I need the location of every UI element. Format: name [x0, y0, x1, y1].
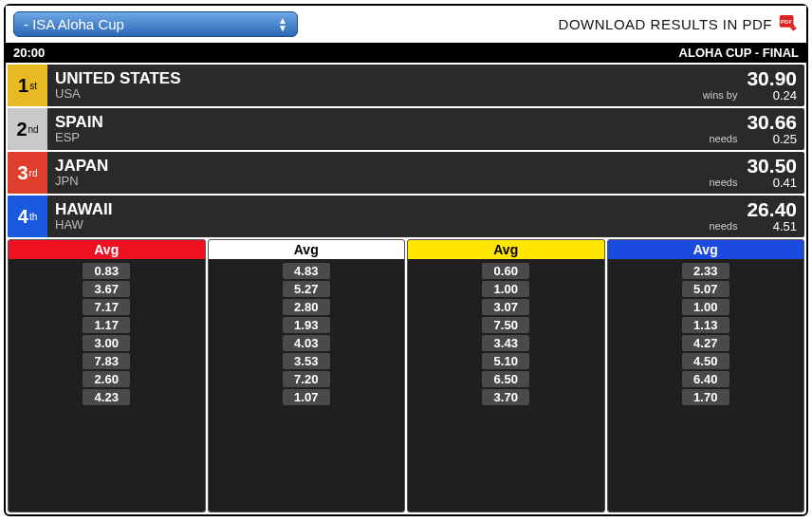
result-row: 4thHAWAIIHAWneeds26.404.51 — [8, 196, 804, 237]
avg-cell: 1.17 — [83, 317, 130, 333]
avg-cell: 3.07 — [482, 299, 529, 315]
avg-cell: 1.00 — [482, 281, 529, 297]
download-pdf-label: DOWNLOAD RESULTS IN PDF — [559, 16, 772, 32]
avg-cell: 6.50 — [482, 371, 529, 387]
status-label: needs — [709, 133, 737, 144]
status-label: needs — [709, 220, 737, 232]
avg-cell: 7.20 — [283, 371, 330, 387]
avg-cell: 0.60 — [482, 263, 529, 279]
country-code: JPN — [55, 175, 108, 188]
avg-cell: 2.80 — [283, 299, 330, 315]
avg-cell: 1.13 — [682, 317, 729, 333]
row-main: SPAINESPneeds30.660.25 — [47, 108, 804, 150]
avg-cell: 1.93 — [283, 317, 330, 333]
event-dropdown[interactable]: - ISA Aloha Cup ▲▼ — [13, 11, 298, 37]
country-block: SPAINESP — [55, 114, 103, 145]
avg-grid: Avg0.833.677.171.173.007.832.604.23Avg4.… — [6, 239, 806, 514]
score-wrap: 30.660.25 — [747, 112, 797, 146]
score-wrap: 30.500.41 — [747, 156, 797, 190]
avg-cell: 4.03 — [283, 335, 330, 351]
country-name: SPAIN — [55, 114, 103, 132]
total-score: 30.50 — [747, 156, 797, 176]
avg-list: 0.833.677.171.173.007.832.604.23 — [9, 259, 205, 409]
avg-column: Avg4.835.272.801.934.033.537.201.07 — [208, 239, 406, 513]
avg-cell: 3.67 — [83, 281, 130, 297]
score-wrap: 26.404.51 — [747, 199, 797, 233]
avg-cell: 4.27 — [682, 335, 729, 351]
topbar: - ISA Aloha Cup ▲▼ DOWNLOAD RESULTS IN P… — [6, 6, 806, 43]
avg-list: 4.835.272.801.934.033.537.201.07 — [209, 259, 405, 409]
country-name: JAPAN — [55, 158, 108, 176]
result-row: 1stUNITED STATESUSAwins by30.900.24 — [8, 65, 804, 106]
score-meta: wins by30.900.24 — [703, 68, 797, 103]
score-diff: 4.51 — [773, 219, 797, 233]
avg-cell: 0.83 — [83, 263, 130, 279]
pdf-icon: PDF — [778, 14, 799, 35]
dropdown-label: - ISA Aloha Cup — [24, 16, 124, 32]
status-label: wins by — [703, 89, 738, 101]
avg-cell: 4.50 — [682, 353, 729, 369]
avg-cell: 1.00 — [682, 299, 729, 315]
avg-cell: 2.60 — [83, 371, 130, 387]
result-row: 2ndSPAINESPneeds30.660.25 — [8, 108, 804, 150]
total-score: 30.90 — [747, 68, 797, 88]
country-code: HAW — [55, 218, 112, 232]
download-pdf-link[interactable]: DOWNLOAD RESULTS IN PDF PDF — [559, 14, 799, 35]
total-score: 26.40 — [747, 199, 797, 219]
avg-cell: 5.10 — [482, 353, 529, 369]
heat-header: 20:00 ALOHA CUP - FINAL — [6, 43, 806, 63]
avg-cell: 7.50 — [482, 317, 529, 333]
results-list: 1stUNITED STATESUSAwins by30.900.242ndSP… — [6, 63, 806, 239]
avg-header: Avg — [608, 240, 804, 259]
rank-badge: 4th — [8, 196, 47, 237]
avg-cell: 5.07 — [682, 281, 729, 297]
score-meta: needs30.500.41 — [709, 156, 797, 190]
avg-cell: 3.70 — [482, 389, 529, 405]
score-meta: needs30.660.25 — [709, 112, 797, 146]
heat-title: ALOHA CUP - FINAL — [679, 46, 799, 60]
avg-column: Avg2.335.071.001.134.274.506.401.70 — [607, 239, 805, 513]
country-name: UNITED STATES — [55, 70, 181, 88]
country-code: ESP — [55, 131, 103, 144]
chevron-updown-icon: ▲▼ — [278, 17, 287, 32]
row-main: HAWAIIHAWneeds26.404.51 — [47, 196, 804, 237]
country-code: USA — [55, 87, 181, 101]
rank-badge: 2nd — [8, 108, 47, 150]
avg-cell: 1.70 — [682, 389, 729, 405]
avg-header: Avg — [9, 240, 205, 259]
row-main: UNITED STATESUSAwins by30.900.24 — [47, 65, 804, 106]
svg-text:PDF: PDF — [781, 19, 793, 25]
country-name: HAWAII — [55, 201, 112, 219]
score-wrap: 30.900.24 — [747, 68, 797, 103]
score-diff: 0.25 — [773, 132, 797, 146]
avg-cell: 1.07 — [283, 389, 330, 405]
avg-cell: 4.83 — [283, 263, 330, 279]
avg-cell: 3.43 — [482, 335, 529, 351]
avg-cell: 5.27 — [283, 281, 330, 297]
avg-header: Avg — [209, 240, 405, 259]
rank-badge: 3rd — [8, 152, 47, 194]
avg-cell: 4.23 — [83, 389, 130, 405]
avg-column: Avg0.833.677.171.173.007.832.604.23 — [8, 239, 206, 513]
score-diff: 0.41 — [773, 176, 797, 190]
avg-cell: 3.53 — [283, 353, 330, 369]
avg-column: Avg0.601.003.077.503.435.106.503.70 — [407, 239, 605, 513]
avg-cell: 3.00 — [83, 335, 130, 351]
avg-header: Avg — [408, 240, 604, 259]
avg-cell: 7.83 — [83, 353, 130, 369]
score-meta: needs26.404.51 — [709, 199, 797, 233]
status-label: needs — [709, 177, 737, 188]
country-block: HAWAIIHAW — [55, 201, 112, 233]
country-block: UNITED STATESUSA — [55, 70, 181, 102]
country-block: JAPANJPN — [55, 158, 108, 189]
score-diff: 0.24 — [773, 88, 797, 103]
rank-badge: 1st — [8, 65, 47, 106]
total-score: 30.66 — [747, 112, 797, 132]
avg-cell: 2.33 — [682, 263, 729, 279]
row-main: JAPANJPNneeds30.500.41 — [47, 152, 804, 194]
result-row: 3rdJAPANJPNneeds30.500.41 — [8, 152, 804, 194]
avg-cell: 7.17 — [83, 299, 130, 315]
avg-cell: 6.40 — [682, 371, 729, 387]
avg-list: 0.601.003.077.503.435.106.503.70 — [408, 259, 604, 409]
heat-time: 20:00 — [13, 46, 45, 60]
